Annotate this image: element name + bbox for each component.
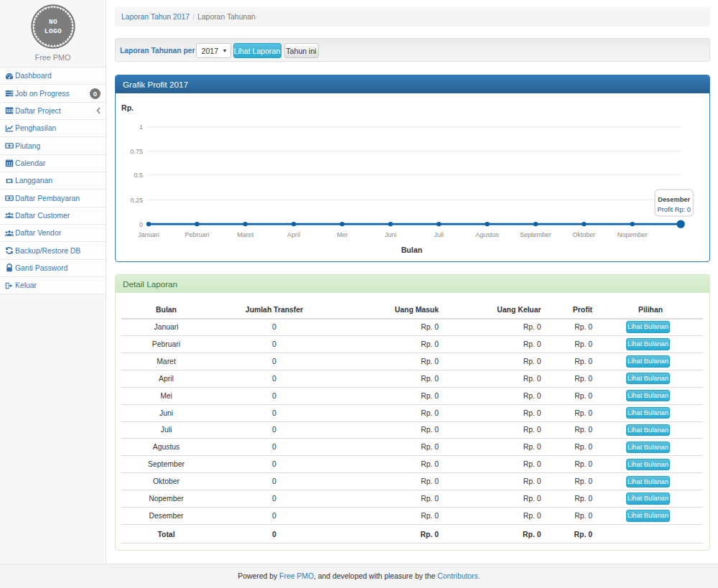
svg-text:Profit Rp: 0: Profit Rp: 0 (657, 206, 691, 213)
svg-text:Oktober: Oktober (572, 231, 595, 238)
svg-text:1: 1 (139, 123, 143, 131)
svg-text:Maret: Maret (237, 231, 254, 238)
svg-text:0.25: 0.25 (130, 197, 143, 204)
svg-text:Juni: Juni (385, 231, 397, 238)
svg-text:April: April (287, 231, 300, 238)
svg-text:Pebruari: Pebruari (185, 231, 209, 238)
svg-text:Januari: Januari (138, 231, 159, 238)
svg-text:Bulan: Bulan (401, 246, 422, 254)
svg-text:NO: NO (48, 18, 57, 26)
svg-text:0: 0 (139, 221, 143, 228)
svg-text:0.5: 0.5 (134, 172, 143, 179)
svg-text:September: September (520, 231, 551, 238)
svg-text:0.75: 0.75 (130, 148, 143, 155)
svg-text:Rp.: Rp. (121, 103, 134, 112)
svg-text:Agustus: Agustus (475, 231, 499, 238)
svg-text:Mei: Mei (337, 231, 348, 238)
svg-text:Nopember: Nopember (617, 231, 648, 238)
svg-text:LOGO: LOGO (44, 27, 61, 35)
svg-text:Juli: Juli (434, 231, 444, 238)
svg-text:Desember: Desember (658, 196, 690, 203)
